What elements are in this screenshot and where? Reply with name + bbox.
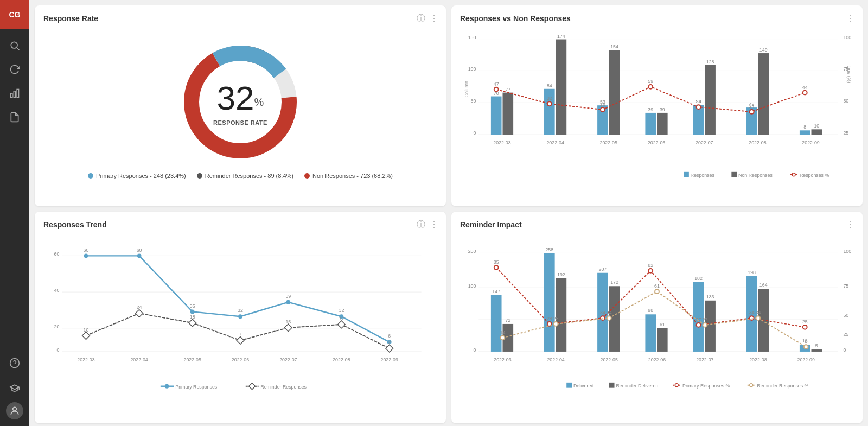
sidebar-item-refresh[interactable] <box>3 59 27 80</box>
card-icons-reminder: ⋮ <box>846 219 855 230</box>
svg-text:27: 27 <box>702 317 707 322</box>
svg-text:2022-05: 2022-05 <box>601 357 618 363</box>
svg-text:128: 128 <box>706 59 714 65</box>
logo: CG <box>0 0 29 29</box>
svg-text:25: 25 <box>802 319 808 325</box>
svg-marker-115 <box>249 383 256 390</box>
svg-text:100: 100 <box>468 66 476 72</box>
svg-text:0: 0 <box>57 347 60 353</box>
svg-marker-97 <box>82 332 90 340</box>
responses-trend-chart: 60 40 20 0 2022-03 2022-04 2022-05 2022-… <box>43 233 437 411</box>
svg-text:2022-03: 2022-03 <box>494 357 511 363</box>
svg-text:2022-09: 2022-09 <box>797 357 815 363</box>
svg-point-178 <box>501 336 505 340</box>
svg-text:207: 207 <box>599 266 607 272</box>
svg-text:258: 258 <box>545 247 553 252</box>
more-icon-trend[interactable]: ⋮ <box>430 219 438 231</box>
svg-point-51 <box>697 105 701 109</box>
svg-text:60: 60 <box>54 251 60 257</box>
svg-text:2022-08: 2022-08 <box>749 140 766 145</box>
sidebar-item-search[interactable] <box>3 35 27 56</box>
svg-point-53 <box>803 91 807 95</box>
svg-text:25: 25 <box>843 130 848 136</box>
svg-text:28: 28 <box>547 316 552 321</box>
legend-reminder: Reminder Responses - 89 (8.4%) <box>197 173 293 179</box>
svg-text:17: 17 <box>339 316 344 321</box>
svg-text:34: 34 <box>755 310 761 315</box>
svg-text:154: 154 <box>610 44 618 49</box>
svg-text:77: 77 <box>505 87 510 92</box>
svg-text:0: 0 <box>474 130 476 136</box>
svg-marker-101 <box>284 324 292 332</box>
svg-rect-192 <box>566 383 572 388</box>
sidebar-nav <box>0 29 29 352</box>
svg-point-180 <box>607 316 611 320</box>
svg-text:Delivered: Delivered <box>573 383 593 389</box>
sidebar-item-user[interactable] <box>6 402 23 419</box>
donut-label: RESPONSE RATE <box>213 119 267 126</box>
svg-text:Primary Responses %: Primary Responses % <box>682 383 730 389</box>
svg-point-166 <box>601 316 605 320</box>
svg-text:32: 32 <box>339 308 344 313</box>
svg-text:34: 34 <box>607 310 612 315</box>
svg-point-66 <box>792 173 795 176</box>
responses-vs-non-title: Responses vs Non Responses <box>460 14 854 23</box>
line-primary <box>86 256 389 342</box>
svg-rect-149 <box>657 328 668 352</box>
trend-svg: 60 40 20 0 2022-03 2022-04 2022-05 2022-… <box>43 233 437 411</box>
svg-text:2022-09: 2022-09 <box>381 357 398 363</box>
responses-trend-card: Responses Trend ⓘ ⋮ 60 40 20 0 2022-03 2… <box>35 212 446 423</box>
svg-point-179 <box>554 322 558 326</box>
bar-rvn <box>657 113 668 135</box>
svg-point-87 <box>286 300 290 304</box>
svg-text:24: 24 <box>749 104 755 109</box>
svg-rect-2 <box>11 93 12 98</box>
svg-rect-140 <box>544 253 555 352</box>
svg-rect-4 <box>17 90 18 98</box>
bar-rvn <box>758 53 769 135</box>
donut-center: 32% RESPONSE RATE <box>213 79 267 126</box>
more-icon-reminder[interactable]: ⋮ <box>846 219 855 230</box>
svg-text:85: 85 <box>494 259 499 265</box>
svg-text:61: 61 <box>660 322 665 327</box>
rvn-svg: 150 100 50 0 100 75 50 25 Column Line (%… <box>460 27 854 194</box>
svg-text:2022-05: 2022-05 <box>184 357 201 363</box>
sidebar-item-chart[interactable] <box>3 82 27 104</box>
svg-text:Responses %: Responses % <box>800 173 829 178</box>
svg-rect-161 <box>812 349 822 352</box>
legend-primary: Primary Responses - 248 (23.4%) <box>88 173 186 179</box>
sidebar-item-document[interactable] <box>3 106 27 128</box>
svg-text:47: 47 <box>494 81 499 87</box>
card-icons-trend: ⓘ ⋮ <box>417 219 438 231</box>
svg-text:172: 172 <box>610 279 618 285</box>
main-content: Response Rate ⓘ ⋮ <box>29 0 868 426</box>
svg-text:Non Responses: Non Responses <box>738 173 773 178</box>
bar-rvn <box>812 129 822 135</box>
svg-point-183 <box>756 316 760 320</box>
svg-text:2022-04: 2022-04 <box>130 357 148 363</box>
svg-text:2022-06: 2022-06 <box>648 357 666 363</box>
svg-point-170 <box>803 325 807 329</box>
svg-text:34: 34 <box>749 310 755 315</box>
svg-point-52 <box>750 110 754 114</box>
svg-text:2022-07: 2022-07 <box>696 357 713 363</box>
info-icon-trend[interactable]: ⓘ <box>417 219 425 231</box>
legend-non: Non Responses - 723 (68.2%) <box>304 173 393 179</box>
svg-text:Responses: Responses <box>691 173 715 178</box>
svg-text:18: 18 <box>190 314 195 320</box>
card-icons-response-rate: ⓘ ⋮ <box>417 13 438 24</box>
more-icon-rvn[interactable]: ⋮ <box>846 13 855 23</box>
svg-text:149: 149 <box>760 47 768 53</box>
svg-text:44: 44 <box>802 85 808 90</box>
more-icon[interactable]: ⋮ <box>430 13 438 24</box>
svg-point-7 <box>13 407 17 411</box>
bar-rvn <box>491 97 502 135</box>
sidebar-item-help[interactable] <box>3 352 27 374</box>
card-icons-rvn: ⋮ <box>846 13 855 23</box>
svg-text:100: 100 <box>843 35 851 40</box>
svg-text:2022-06: 2022-06 <box>648 140 665 145</box>
svg-text:6: 6 <box>388 333 391 339</box>
svg-text:39: 39 <box>660 107 665 112</box>
info-icon[interactable]: ⓘ <box>417 13 425 24</box>
sidebar-item-graduation[interactable] <box>3 377 27 399</box>
